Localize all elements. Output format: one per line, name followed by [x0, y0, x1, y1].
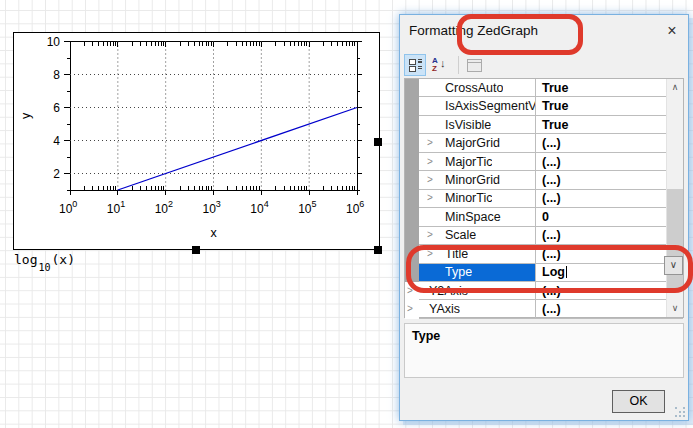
resize-grip[interactable]	[675, 407, 685, 417]
expand-chevron-icon[interactable]: >	[407, 300, 413, 318]
row-margin	[405, 134, 419, 152]
zedgraph-chart-svg: 246810100101102103104105106xy	[14, 33, 379, 249]
dialog-title: Formatting ZedGraph	[409, 23, 538, 38]
resize-handle-right[interactable]	[374, 138, 382, 146]
resize-handle-bottom-right[interactable]	[374, 246, 382, 254]
expand-chevron-icon[interactable]: >	[419, 227, 437, 244]
property-row-majortic[interactable]: >MajorTic(...)	[405, 153, 683, 171]
expand-chevron-icon[interactable]: >	[419, 171, 437, 188]
expand-chevron-icon[interactable]: >	[419, 153, 437, 170]
property-row-y2axis[interactable]: >Y2Axis(...)	[405, 282, 683, 300]
toolbar-separator	[458, 56, 459, 74]
property-value[interactable]: (...)	[535, 300, 683, 317]
close-icon[interactable]: ×	[661, 20, 683, 42]
property-value[interactable]: True	[535, 79, 683, 96]
property-grid: CrossAutoTrueIsAxisSegmentVTrueIsVisible…	[404, 78, 684, 318]
svg-text:6: 6	[53, 101, 60, 115]
alphabetical-sort-icon: A Z ↓	[432, 56, 448, 73]
property-pages-button[interactable]	[463, 54, 485, 76]
formula-arg: (x)	[52, 252, 75, 267]
property-row-minspace[interactable]: MinSpace0	[405, 208, 683, 226]
row-margin	[405, 116, 419, 134]
svg-text:103: 103	[203, 199, 221, 216]
expand-chevron-icon[interactable]: >	[419, 190, 437, 207]
dialog-title-highlight: ZedGraph	[477, 23, 538, 38]
property-value[interactable]: (...)	[535, 282, 683, 299]
row-margin	[405, 153, 419, 171]
formula-label[interactable]: log10(x)	[14, 252, 75, 270]
property-row-majorgrid[interactable]: >MajorGrid(...)	[405, 134, 683, 152]
expand-chevron-icon[interactable]: >	[419, 245, 437, 262]
svg-text:102: 102	[155, 199, 173, 216]
propertygrid-toolbar: A Z ↓	[404, 53, 488, 77]
formatting-dialog: Formatting ZedGraph × A Z ↓	[399, 14, 689, 421]
svg-text:10: 10	[47, 35, 61, 49]
property-value[interactable]: True	[535, 116, 683, 133]
svg-text:x: x	[210, 226, 217, 240]
row-margin	[405, 208, 419, 226]
scrollbar-down-icon[interactable]: ∨	[667, 300, 683, 317]
property-row-yaxis[interactable]: >YAxis(...)	[405, 300, 683, 318]
property-name: IsAxisSegmentV	[445, 99, 535, 113]
categorized-icon	[409, 59, 422, 71]
scrollbar-up-icon[interactable]: ∧	[667, 79, 683, 96]
property-row-isaxissegmentv[interactable]: IsAxisSegmentVTrue	[405, 97, 683, 115]
type-dropdown-button[interactable]: ∨	[664, 256, 683, 275]
row-margin: >	[405, 282, 419, 300]
svg-text:8: 8	[53, 68, 60, 82]
scrollbar[interactable]: ∧ ∨	[666, 79, 683, 317]
svg-text:y: y	[19, 112, 33, 119]
property-name: MinSpace	[445, 210, 501, 224]
property-value[interactable]: (...)	[535, 153, 683, 170]
property-row-scale[interactable]: >Scale(...)	[405, 227, 683, 245]
row-margin	[405, 227, 419, 245]
svg-text:100: 100	[59, 199, 77, 216]
categorized-button[interactable]	[404, 54, 426, 76]
property-grid-rows: CrossAutoTrueIsAxisSegmentVTrueIsVisible…	[405, 79, 683, 319]
designer-surface: 246810100101102103104105106xy log10(x) F…	[0, 0, 693, 428]
svg-text:101: 101	[107, 199, 125, 216]
property-name: Type	[445, 265, 472, 279]
row-margin	[405, 245, 419, 263]
property-pages-icon	[467, 59, 482, 72]
property-value[interactable]: (...)	[535, 190, 683, 207]
svg-text:2: 2	[53, 167, 60, 181]
expand-chevron-icon[interactable]: >	[407, 282, 413, 300]
property-name: MinorTic	[445, 191, 492, 205]
description-panel: Type	[404, 323, 684, 378]
property-name: Scale	[445, 228, 476, 242]
property-name: MajorTic	[445, 155, 492, 169]
property-value[interactable]: (...)	[535, 245, 683, 262]
formula-func: log	[14, 252, 37, 267]
property-name: IsVisible	[445, 118, 491, 132]
property-row-minortic[interactable]: >MinorTic(...)	[405, 190, 683, 208]
zedgraph-control[interactable]: 246810100101102103104105106xy	[13, 32, 380, 250]
property-name: CrossAuto	[445, 81, 503, 95]
ok-button[interactable]: OK	[612, 390, 665, 413]
property-row-type[interactable]: TypeLog	[405, 264, 683, 282]
property-value[interactable]: Log	[535, 264, 683, 281]
property-name: MajorGrid	[445, 136, 500, 150]
property-row-minorgrid[interactable]: >MinorGrid(...)	[405, 171, 683, 189]
property-name: Title	[445, 247, 468, 261]
row-margin	[405, 190, 419, 208]
property-value[interactable]: (...)	[535, 134, 683, 151]
svg-text:106: 106	[346, 199, 364, 216]
property-name: MinorGrid	[445, 173, 500, 187]
dialog-title-prefix: Formatting	[409, 23, 474, 38]
expand-chevron-icon[interactable]: >	[419, 134, 437, 151]
resize-handle-bottom[interactable]	[192, 246, 200, 254]
row-margin	[405, 171, 419, 189]
row-margin: >	[405, 300, 419, 318]
property-value[interactable]: 0	[535, 208, 683, 225]
property-value[interactable]: (...)	[535, 227, 683, 244]
text-caret	[566, 266, 567, 278]
alphabetical-sort-button[interactable]: A Z ↓	[429, 54, 451, 76]
property-value[interactable]: True	[535, 97, 683, 114]
property-row-title[interactable]: >Title(...)	[405, 245, 683, 263]
property-value[interactable]: (...)	[535, 171, 683, 188]
property-row-crossauto[interactable]: CrossAutoTrue	[405, 79, 683, 97]
property-name: YAxis	[429, 302, 460, 316]
row-margin	[405, 264, 419, 282]
property-row-isvisible[interactable]: IsVisibleTrue	[405, 116, 683, 134]
